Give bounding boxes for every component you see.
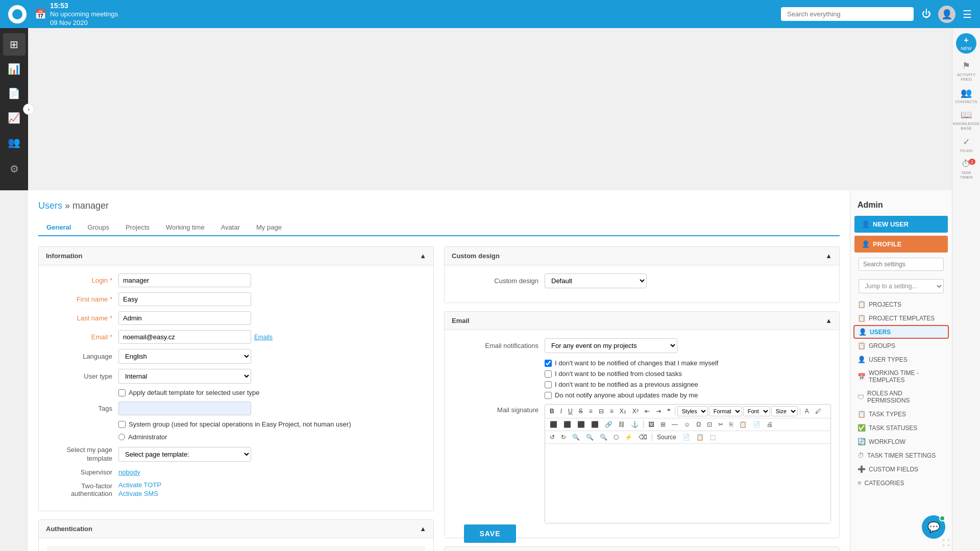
find-button[interactable]: 🔍	[597, 433, 610, 442]
email-section-header[interactable]: Email ▲	[445, 312, 839, 330]
admin-jump-select[interactable]: Jump to a setting...	[859, 279, 944, 293]
source-button[interactable]: Source	[654, 433, 679, 442]
admin-item-categories[interactable]: ≡ CATEGORIES	[850, 476, 952, 490]
paste-word-button[interactable]: 📄	[750, 420, 763, 429]
unlink-button[interactable]: ⛓	[616, 420, 627, 429]
italic-button[interactable]: I	[558, 407, 565, 416]
list-ordered-button[interactable]: ⊟	[596, 407, 606, 416]
fullscreen-button[interactable]: ⛶	[942, 539, 949, 547]
admin-search-input[interactable]	[859, 258, 944, 271]
sidebar-item-dashboard[interactable]: ⊞	[3, 33, 26, 56]
language-select[interactable]: English	[118, 349, 251, 364]
admin-item-roles[interactable]: 🛡 ROLES AND PERMISSIONS	[850, 387, 952, 407]
admin-item-task-statuses[interactable]: ✅ TASK STATUSES	[850, 421, 952, 435]
emails-link[interactable]: Emails	[254, 334, 273, 341]
html-button[interactable]: 📄	[680, 433, 693, 442]
logo[interactable]	[8, 5, 27, 23]
sidebar-item-users[interactable]: 👥	[3, 131, 26, 154]
sidebar-item-settings[interactable]: ⚙	[3, 158, 26, 180]
print-button[interactable]: 🖨	[764, 420, 775, 429]
special-char-button[interactable]: Ω	[694, 420, 703, 429]
apply-template-checkbox[interactable]	[118, 389, 126, 396]
admin-item-working-time[interactable]: 📅 WORKING TIME - TEMPLATES	[850, 366, 952, 387]
supervisor-link[interactable]: nobody	[118, 468, 140, 476]
format-button[interactable]: ≡	[586, 407, 595, 416]
copy-button[interactable]: ⎘	[727, 420, 736, 429]
notif-checkbox2[interactable]	[545, 370, 552, 378]
admin-item-users[interactable]: 👤 USERS	[853, 325, 949, 339]
sidebar-item-reports[interactable]: 📈	[3, 107, 26, 129]
admin-item-groups[interactable]: 📋 GROUPS	[850, 339, 952, 353]
strikethrough-button[interactable]: S	[576, 407, 585, 416]
indent-button[interactable]: ⇥	[653, 407, 664, 416]
admin-item-task-timer[interactable]: ⏱ TASK TIMER SETTINGS	[850, 448, 952, 462]
usertype-select[interactable]: Internal	[118, 369, 251, 384]
menu-icon[interactable]: ☰	[963, 8, 972, 20]
cut-button[interactable]: ✂	[716, 420, 726, 429]
notifications-select[interactable]: For any event on my projects	[545, 338, 677, 353]
system-group-checkbox[interactable]	[118, 421, 126, 428]
align-center-button[interactable]: ⬛	[561, 420, 574, 429]
justify-button[interactable]: ⬛	[589, 420, 601, 429]
notif-checkbox1[interactable]	[545, 360, 552, 367]
chat-button[interactable]: 💬	[922, 515, 945, 539]
tab-avatar[interactable]: Avatar	[213, 219, 248, 235]
undo-button[interactable]: ↺	[547, 433, 557, 442]
paste-button[interactable]: 📋	[737, 420, 749, 429]
image-button[interactable]: 🖼	[646, 420, 657, 429]
admin-item-project-templates[interactable]: 📋 PROJECT TEMPLATES	[850, 311, 952, 325]
login-input[interactable]	[118, 273, 251, 287]
avatar[interactable]: 👤	[938, 6, 955, 23]
underline-button[interactable]: U	[566, 407, 575, 416]
superscript-button[interactable]: X²	[630, 407, 641, 416]
administrator-radio[interactable]	[118, 434, 125, 440]
color-button[interactable]: A	[802, 407, 812, 416]
power-icon[interactable]: ⏻	[922, 9, 931, 19]
tab-working-time[interactable]: Working time	[158, 219, 213, 235]
notif-checkbox3[interactable]	[545, 381, 552, 388]
save-button[interactable]: SAVE	[464, 524, 516, 543]
bold-button[interactable]: B	[547, 407, 557, 416]
anchor-button[interactable]: ⚓	[628, 420, 641, 429]
activate-totp-link[interactable]: Activate TOTP	[118, 481, 161, 489]
right-sidebar-new-button[interactable]: + NEW	[956, 33, 976, 54]
format-select[interactable]: Format	[709, 406, 742, 416]
email-input[interactable]	[118, 330, 251, 344]
email-body[interactable]	[545, 444, 830, 523]
blockquote-button[interactable]: ❝	[665, 407, 673, 416]
tags-input[interactable]	[118, 402, 251, 415]
replace-button[interactable]: ⬡	[611, 433, 621, 442]
tab-groups[interactable]: Groups	[79, 219, 117, 235]
align-left-button[interactable]: ⬛	[547, 420, 560, 429]
highlight-button[interactable]: 🖊	[813, 407, 824, 416]
custom-design-section-header[interactable]: Custom design ▲	[445, 247, 839, 265]
admin-item-projects[interactable]: 📋 PROJECTS	[850, 297, 952, 311]
table-button[interactable]: ⊞	[658, 420, 668, 429]
lastname-input[interactable]	[118, 311, 251, 325]
custom-design-select[interactable]: Default	[545, 273, 647, 288]
notif-checkbox4[interactable]	[545, 392, 552, 399]
flash-button[interactable]: ⚡	[622, 433, 635, 442]
admin-item-task-types[interactable]: 📋 TASK TYPES	[850, 407, 952, 421]
align-right-button[interactable]: ⬛	[575, 420, 587, 429]
zoom-in-button[interactable]: 🔍	[570, 433, 582, 442]
right-sidebar-task-timer[interactable]: ⏱ 1 TASK TIMER	[955, 158, 977, 180]
tab-projects[interactable]: Projects	[117, 219, 158, 235]
tab-general[interactable]: General	[38, 219, 79, 236]
information-section-header[interactable]: Information ▲	[39, 247, 433, 265]
right-sidebar-to-do[interactable]: ✓ TO-DO	[955, 133, 977, 156]
new-user-button[interactable]: 👤 NEW USER	[854, 216, 948, 233]
activate-sms-link[interactable]: Activate SMS	[118, 490, 161, 497]
redo-button[interactable]: ↻	[558, 433, 569, 442]
template-button[interactable]: 📋	[694, 433, 706, 442]
tab-my-page[interactable]: My page	[248, 219, 290, 235]
size-select[interactable]: Size	[771, 406, 798, 416]
firstname-input[interactable]	[118, 292, 251, 306]
styles-select[interactable]: Styles	[677, 406, 708, 416]
profile-button[interactable]: 👤 PROFILE	[854, 236, 948, 253]
breadcrumb-parent[interactable]: Users	[38, 201, 62, 211]
hr-button[interactable]: —	[669, 420, 680, 429]
admin-item-user-types[interactable]: 👤 USER TYPES	[850, 353, 952, 366]
erase-button[interactable]: ⌫	[636, 433, 650, 442]
right-sidebar-contacts[interactable]: 👥 CONTACTS	[955, 84, 977, 107]
